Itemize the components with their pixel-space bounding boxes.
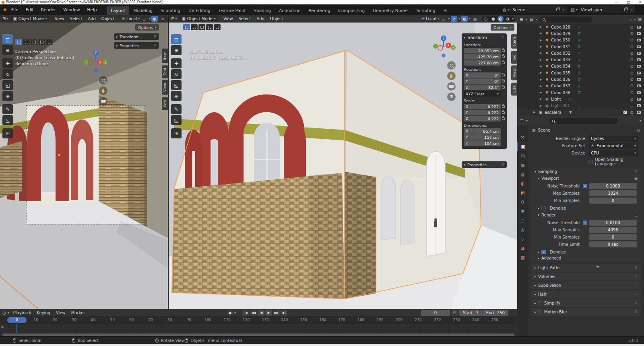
expand-arrow-icon[interactable]: ▶	[540, 104, 543, 107]
orientation-dropdown[interactable]: Local	[426, 16, 436, 21]
render-visibility-icon[interactable]	[637, 45, 641, 48]
viewport-camera[interactable]: ⊞▾ ▣ Object Mode ▾ ViewSelectAddObject ✛…	[0, 15, 168, 309]
setting-value-field[interactable]: 0	[589, 198, 637, 204]
expand-arrow-icon[interactable]: ▶	[540, 65, 543, 68]
expand-arrow-icon[interactable]: ▶	[540, 58, 543, 62]
render-engine-dropdown[interactable]: Cycles▾	[588, 136, 638, 142]
outliner-item[interactable]: ▶ ▼ Cubo.028 ▽ ✓	[517, 24, 644, 30]
setting-value-field[interactable]: 0.1000	[589, 183, 637, 189]
properties-editor-icon[interactable]: ☷	[520, 119, 524, 123]
properties-section[interactable]: ▸ Light Paths ☰ ⠿	[531, 264, 641, 272]
unlink-icon[interactable]: ×	[562, 8, 565, 12]
object-name[interactable]: escalera	[545, 110, 561, 115]
copy-icon[interactable]	[624, 8, 627, 11]
properties-tab-icon[interactable]: ▣	[517, 142, 528, 151]
sidebar-tab[interactable]: Edit	[162, 97, 168, 110]
properties-tab-icon[interactable]: ◍	[517, 170, 528, 179]
properties-tab-icon[interactable]: ⚙	[517, 198, 528, 207]
pan-hand-icon[interactable]: ✋	[99, 86, 107, 95]
rendered-shading-icon[interactable]: ◑	[505, 16, 511, 22]
chevron-down-icon[interactable]: ▾	[508, 8, 509, 12]
select-mode-intersect[interactable]	[214, 24, 221, 30]
select-mode-subtract[interactable]	[198, 24, 205, 30]
visibility-eye-icon[interactable]	[630, 25, 634, 29]
object-name[interactable]: Cubo.035	[551, 71, 570, 75]
jump-start-button[interactable]: |◀	[242, 310, 249, 316]
object-name[interactable]: Cubo.031	[551, 45, 570, 49]
snap-magnet-icon[interactable]: ◡	[141, 16, 147, 22]
overlays-toggle-icon[interactable]: ◐	[461, 16, 468, 22]
sidebar-tab[interactable]: Item	[162, 49, 168, 63]
setting-value-field[interactable]: 0	[589, 234, 637, 240]
outliner-item[interactable]: ▶ ◍ Light ◌ ✓	[517, 96, 644, 102]
workspace-tab[interactable]: UV Editing	[184, 6, 215, 15]
expand-arrow-icon[interactable]: ▶	[533, 111, 537, 114]
chevron-down-icon[interactable]: ▾	[512, 17, 514, 21]
select-mode-extend[interactable]	[23, 39, 30, 45]
topbar-menu[interactable]: Edit	[22, 6, 37, 13]
visibility-eye-icon[interactable]	[630, 38, 634, 42]
blender-menu-icon[interactable]: ✺	[3, 7, 7, 12]
rotation-field[interactable]: Y0°	[464, 78, 501, 84]
render-visibility-icon[interactable]	[637, 91, 641, 94]
timeline-menu[interactable]: Marker	[69, 310, 88, 315]
properties-section[interactable]: ▸ Volumes ☰ ⠿	[531, 273, 641, 280]
dimension-field[interactable]: Y157 cm	[464, 134, 501, 140]
visibility-eye-icon[interactable]	[630, 71, 634, 75]
toolbar-tool-icon[interactable]: ◱	[171, 80, 182, 90]
viewport-menu[interactable]: View	[52, 16, 67, 22]
rotation-mode-dropdown[interactable]: XYZ Euler▾	[464, 91, 501, 97]
timeline-menu[interactable]: Playback	[11, 310, 34, 315]
toolbar-tool-icon[interactable]: ◺	[2, 115, 13, 125]
properties-tab-icon[interactable]: ◌	[517, 216, 528, 225]
render-visibility-icon[interactable]	[637, 26, 641, 29]
object-name[interactable]: Cubo.038	[551, 91, 570, 95]
lock-icon[interactable]	[502, 80, 505, 82]
display-mode-icon[interactable]: ▤	[530, 17, 533, 22]
viewport-menu[interactable]: Select	[67, 16, 85, 22]
editor-type-icon[interactable]: ⊞	[171, 16, 174, 21]
timeline-menu[interactable]: Keying	[34, 310, 53, 315]
scene-name[interactable]: Scene	[512, 7, 554, 12]
object-name[interactable]: Cubo.033	[551, 58, 570, 62]
workspace-tab[interactable]: Scripting	[413, 6, 440, 15]
gizmo-toggle-icon[interactable]: ↗	[451, 16, 457, 22]
section-checkbox[interactable]	[538, 301, 542, 305]
viewport-denoise-row[interactable]: ▸ Denoise	[531, 205, 641, 212]
expand-arrow-icon[interactable]: ▶	[540, 84, 543, 88]
record-icon[interactable]: ●	[227, 310, 233, 316]
properties-tab-icon[interactable]: ▩	[517, 253, 528, 262]
workspace-tab[interactable]: Texture Paint	[215, 6, 250, 15]
select-mode-invert[interactable]	[38, 39, 45, 45]
expand-arrow-icon[interactable]: ▶	[540, 51, 543, 55]
lock-icon[interactable]	[502, 62, 505, 64]
visibility-eye-icon[interactable]	[630, 51, 634, 56]
mode-dropdown[interactable]: ▣ Object Mode ▾	[10, 16, 49, 21]
outliner-item[interactable]: ▶ ▣ escalera ▼ ✓	[517, 109, 644, 115]
render-visibility-icon[interactable]	[637, 72, 641, 74]
outliner-item[interactable]: ▶ ▼ Cubo.032 ▽ ✓	[517, 50, 644, 56]
expand-arrow-icon[interactable]: ▶	[540, 91, 543, 94]
collection-checkbox[interactable]: ✓	[623, 111, 627, 114]
sidebar-tab[interactable]: View	[162, 80, 168, 95]
preset-icon[interactable]: ☰	[634, 213, 638, 217]
play-reverse-button[interactable]: ◀	[258, 310, 264, 316]
preset-icon[interactable]: ☰	[596, 266, 599, 270]
viewport-subpanel-header[interactable]: ▾Viewport☰	[531, 175, 641, 182]
sampling-panel-header[interactable]: ▾Sampling⠿	[531, 168, 641, 175]
select-mode-extend[interactable]	[191, 24, 198, 30]
select-mode-invert[interactable]	[206, 24, 213, 30]
sidebar-tab[interactable]: Tool	[162, 65, 168, 78]
solid-shading-icon[interactable]: ●	[490, 16, 496, 22]
xray-toggle-icon[interactable]: ▥	[472, 16, 478, 22]
chevron-down-icon[interactable]: ▾	[576, 8, 578, 12]
zoom-tool-icon[interactable]	[447, 61, 456, 70]
visibility-eye-icon[interactable]	[630, 97, 634, 101]
expand-arrow-icon[interactable]: ▶	[540, 39, 543, 42]
outliner-item[interactable]: ▶ ▼ Cubo.034 ▽ ✓	[517, 63, 644, 70]
breadcrumb[interactable]: Scene	[538, 128, 551, 132]
render-visibility-icon[interactable]	[637, 32, 641, 35]
sidebar-tab[interactable]: Tool	[511, 51, 517, 64]
workspace-tab[interactable]: Animation	[275, 6, 305, 15]
zoom-tool-icon[interactable]	[99, 76, 107, 84]
